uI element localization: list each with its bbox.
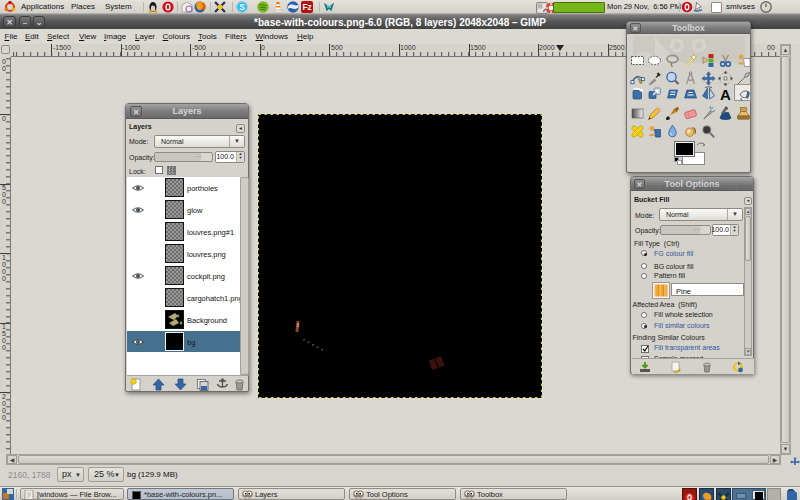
svg-text:A: A (720, 86, 731, 101)
svg-text:S: S (239, 2, 245, 12)
svg-text:Fz: Fz (302, 2, 311, 12)
